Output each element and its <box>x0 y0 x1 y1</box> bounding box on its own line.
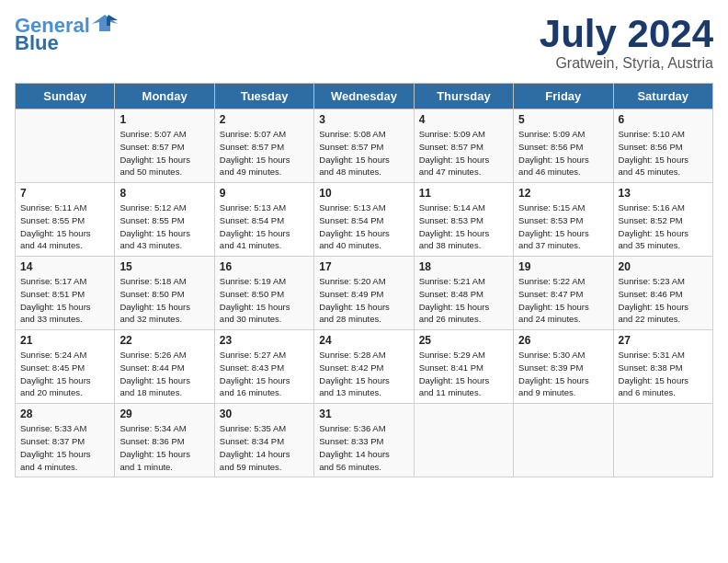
weekday-header: Saturday <box>613 84 712 109</box>
day-info: Sunrise: 5:30 AM Sunset: 8:39 PM Dayligh… <box>518 349 608 399</box>
calendar-cell: 5Sunrise: 5:09 AM Sunset: 8:56 PM Daylig… <box>514 109 613 183</box>
calendar-cell: 28Sunrise: 5:33 AM Sunset: 8:37 PM Dayli… <box>16 404 115 477</box>
day-info: Sunrise: 5:20 AM Sunset: 8:49 PM Dayligh… <box>319 275 408 326</box>
day-info: Sunrise: 5:36 AM Sunset: 8:33 PM Dayligh… <box>319 422 408 473</box>
day-number: 30 <box>220 408 309 420</box>
weekday-header: Sunday <box>16 84 115 109</box>
day-number: 1 <box>119 113 209 126</box>
calendar-cell: 1Sunrise: 5:07 AM Sunset: 8:57 PM Daylig… <box>115 109 214 183</box>
day-info: Sunrise: 5:16 AM Sunset: 8:52 PM Dayligh… <box>619 201 708 252</box>
day-number: 24 <box>319 334 408 347</box>
day-info: Sunrise: 5:14 AM Sunset: 8:53 PM Dayligh… <box>419 201 508 252</box>
day-number: 22 <box>119 334 209 347</box>
day-info: Sunrise: 5:19 AM Sunset: 8:50 PM Dayligh… <box>220 275 309 326</box>
day-number: 15 <box>119 260 209 273</box>
calendar-cell: 21Sunrise: 5:24 AM Sunset: 8:45 PM Dayli… <box>16 330 115 404</box>
day-number: 29 <box>119 408 209 420</box>
day-info: Sunrise: 5:13 AM Sunset: 8:54 PM Dayligh… <box>319 201 408 252</box>
calendar-cell: 4Sunrise: 5:09 AM Sunset: 8:57 PM Daylig… <box>414 109 513 183</box>
day-info: Sunrise: 5:09 AM Sunset: 8:56 PM Dayligh… <box>518 128 608 178</box>
day-info: Sunrise: 5:26 AM Sunset: 8:44 PM Dayligh… <box>119 349 209 399</box>
calendar-cell <box>16 109 115 183</box>
day-info: Sunrise: 5:07 AM Sunset: 8:57 PM Dayligh… <box>220 128 309 178</box>
calendar-cell: 3Sunrise: 5:08 AM Sunset: 8:57 PM Daylig… <box>314 109 414 183</box>
calendar-table: SundayMondayTuesdayWednesdayThursdayFrid… <box>15 83 713 477</box>
logo: General Blue <box>15 15 118 53</box>
weekday-header: Monday <box>115 84 214 109</box>
page-header: General Blue July 2024 Gratwein, Styria,… <box>15 15 713 72</box>
day-number: 25 <box>419 334 508 347</box>
day-number: 21 <box>20 334 109 347</box>
day-info: Sunrise: 5:28 AM Sunset: 8:42 PM Dayligh… <box>319 349 408 399</box>
day-number: 13 <box>619 187 708 200</box>
logo-blue: Blue <box>15 33 59 53</box>
day-number: 18 <box>419 260 508 273</box>
calendar-cell: 23Sunrise: 5:27 AM Sunset: 8:43 PM Dayli… <box>214 330 313 404</box>
day-number: 19 <box>518 260 608 273</box>
weekday-header: Friday <box>514 84 613 109</box>
calendar-cell: 20Sunrise: 5:23 AM Sunset: 8:46 PM Dayli… <box>613 257 712 330</box>
day-number: 6 <box>619 113 708 126</box>
calendar-cell: 2Sunrise: 5:07 AM Sunset: 8:57 PM Daylig… <box>214 109 313 183</box>
calendar-week-row: 7Sunrise: 5:11 AM Sunset: 8:55 PM Daylig… <box>16 183 713 257</box>
day-number: 28 <box>20 408 109 420</box>
day-info: Sunrise: 5:11 AM Sunset: 8:55 PM Dayligh… <box>20 201 109 252</box>
day-info: Sunrise: 5:13 AM Sunset: 8:54 PM Dayligh… <box>220 201 309 252</box>
day-number: 9 <box>220 187 309 200</box>
day-number: 12 <box>518 187 608 200</box>
day-info: Sunrise: 5:09 AM Sunset: 8:57 PM Dayligh… <box>419 128 508 178</box>
calendar-cell: 8Sunrise: 5:12 AM Sunset: 8:55 PM Daylig… <box>115 183 214 257</box>
calendar-cell: 10Sunrise: 5:13 AM Sunset: 8:54 PM Dayli… <box>314 183 414 257</box>
day-number: 3 <box>319 113 408 126</box>
day-number: 27 <box>619 334 708 347</box>
day-info: Sunrise: 5:15 AM Sunset: 8:53 PM Dayligh… <box>518 201 608 252</box>
calendar-cell: 29Sunrise: 5:34 AM Sunset: 8:36 PM Dayli… <box>115 404 214 477</box>
calendar-cell: 19Sunrise: 5:22 AM Sunset: 8:47 PM Dayli… <box>514 257 613 330</box>
day-info: Sunrise: 5:35 AM Sunset: 8:34 PM Dayligh… <box>220 422 309 473</box>
calendar-cell: 31Sunrise: 5:36 AM Sunset: 8:33 PM Dayli… <box>314 404 414 477</box>
calendar-cell: 17Sunrise: 5:20 AM Sunset: 8:49 PM Dayli… <box>314 257 414 330</box>
calendar-week-row: 28Sunrise: 5:33 AM Sunset: 8:37 PM Dayli… <box>16 404 713 477</box>
day-number: 5 <box>518 113 608 126</box>
weekday-header: Thursday <box>414 84 513 109</box>
calendar-cell: 24Sunrise: 5:28 AM Sunset: 8:42 PM Dayli… <box>314 330 414 404</box>
day-info: Sunrise: 5:07 AM Sunset: 8:57 PM Dayligh… <box>119 128 209 178</box>
day-number: 2 <box>220 113 309 126</box>
calendar-cell: 15Sunrise: 5:18 AM Sunset: 8:50 PM Dayli… <box>115 257 214 330</box>
day-number: 26 <box>518 334 608 347</box>
day-number: 14 <box>20 260 109 273</box>
calendar-cell: 7Sunrise: 5:11 AM Sunset: 8:55 PM Daylig… <box>16 183 115 257</box>
weekday-header: Wednesday <box>314 84 414 109</box>
calendar-week-row: 14Sunrise: 5:17 AM Sunset: 8:51 PM Dayli… <box>16 257 713 330</box>
svg-marker-1 <box>107 15 118 26</box>
day-info: Sunrise: 5:29 AM Sunset: 8:41 PM Dayligh… <box>419 349 508 399</box>
day-number: 17 <box>319 260 408 273</box>
calendar-cell: 16Sunrise: 5:19 AM Sunset: 8:50 PM Dayli… <box>214 257 313 330</box>
day-number: 7 <box>20 187 109 200</box>
calendar-cell: 22Sunrise: 5:26 AM Sunset: 8:44 PM Dayli… <box>115 330 214 404</box>
day-info: Sunrise: 5:33 AM Sunset: 8:37 PM Dayligh… <box>20 422 109 473</box>
day-info: Sunrise: 5:31 AM Sunset: 8:38 PM Dayligh… <box>619 349 708 399</box>
calendar-cell: 25Sunrise: 5:29 AM Sunset: 8:41 PM Dayli… <box>414 330 513 404</box>
calendar-cell <box>414 404 513 477</box>
calendar-cell: 12Sunrise: 5:15 AM Sunset: 8:53 PM Dayli… <box>514 183 613 257</box>
calendar-cell: 30Sunrise: 5:35 AM Sunset: 8:34 PM Dayli… <box>214 404 313 477</box>
day-info: Sunrise: 5:10 AM Sunset: 8:56 PM Dayligh… <box>619 128 708 178</box>
day-number: 31 <box>319 408 408 420</box>
day-info: Sunrise: 5:22 AM Sunset: 8:47 PM Dayligh… <box>518 275 608 326</box>
day-number: 23 <box>220 334 309 347</box>
calendar-cell: 26Sunrise: 5:30 AM Sunset: 8:39 PM Dayli… <box>514 330 613 404</box>
day-number: 20 <box>619 260 708 273</box>
title-block: July 2024 Gratwein, Styria, Austria <box>540 15 713 72</box>
day-info: Sunrise: 5:23 AM Sunset: 8:46 PM Dayligh… <box>619 275 708 326</box>
day-info: Sunrise: 5:27 AM Sunset: 8:43 PM Dayligh… <box>220 349 309 399</box>
calendar-week-row: 21Sunrise: 5:24 AM Sunset: 8:45 PM Dayli… <box>16 330 713 404</box>
calendar-cell: 27Sunrise: 5:31 AM Sunset: 8:38 PM Dayli… <box>613 330 712 404</box>
day-info: Sunrise: 5:17 AM Sunset: 8:51 PM Dayligh… <box>20 275 109 326</box>
day-number: 4 <box>419 113 508 126</box>
day-number: 8 <box>119 187 209 200</box>
day-info: Sunrise: 5:18 AM Sunset: 8:50 PM Dayligh… <box>119 275 209 326</box>
calendar-header-row: SundayMondayTuesdayWednesdayThursdayFrid… <box>16 84 713 109</box>
day-number: 10 <box>319 187 408 200</box>
day-info: Sunrise: 5:08 AM Sunset: 8:57 PM Dayligh… <box>319 128 408 178</box>
